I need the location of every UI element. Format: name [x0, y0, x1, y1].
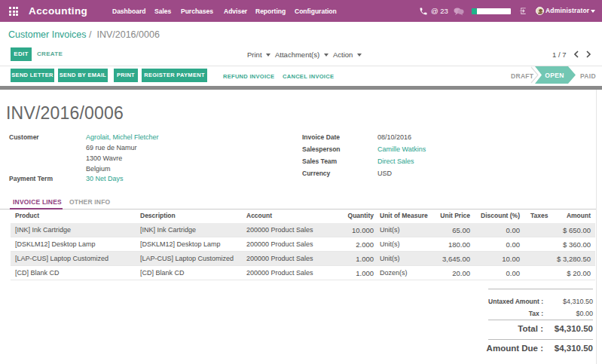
svg-text:OPEN: OPEN: [545, 72, 564, 79]
